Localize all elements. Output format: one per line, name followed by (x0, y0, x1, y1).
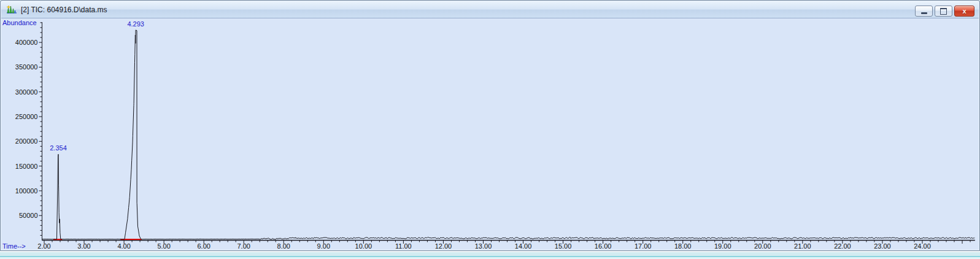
svg-text:50000: 50000 (19, 212, 38, 219)
svg-text:13.00: 13.00 (475, 242, 492, 250)
plot-area[interactable]: AbundanceTime-->500001000001500002000002… (2, 18, 979, 251)
svg-text:9.00: 9.00 (317, 242, 330, 250)
svg-text:20.00: 20.00 (754, 242, 771, 250)
minimize-button[interactable] (915, 6, 933, 17)
svg-text:150000: 150000 (15, 163, 38, 170)
svg-text:8.00: 8.00 (277, 242, 290, 250)
svg-text:21.00: 21.00 (794, 242, 811, 250)
svg-text:250000: 250000 (15, 113, 38, 120)
maximize-icon (940, 8, 947, 15)
window-title: [2] TIC: 604916.D\data.ms (21, 6, 107, 14)
title-bar[interactable]: [2] TIC: 604916.D\data.ms x (1, 1, 979, 18)
svg-text:2.00: 2.00 (37, 242, 50, 250)
svg-text:4.00: 4.00 (117, 242, 130, 250)
close-icon: x (962, 8, 966, 15)
chromatogram-window: [2] TIC: 604916.D\data.ms x AbundanceTim… (0, 0, 980, 251)
svg-text:4.293: 4.293 (127, 20, 144, 28)
svg-text:18.00: 18.00 (674, 242, 692, 250)
svg-text:3.00: 3.00 (77, 242, 90, 250)
svg-text:Abundance: Abundance (2, 19, 37, 26)
svg-text:16.00: 16.00 (595, 242, 612, 250)
minimize-icon (921, 12, 927, 14)
svg-text:400000: 400000 (15, 39, 38, 46)
svg-text:200000: 200000 (15, 137, 38, 145)
svg-text:12.00: 12.00 (435, 242, 452, 250)
svg-text:23.00: 23.00 (874, 242, 891, 250)
svg-text:10.00: 10.00 (355, 242, 372, 250)
close-button[interactable]: x (954, 6, 974, 17)
svg-text:100000: 100000 (15, 187, 38, 195)
svg-text:11.00: 11.00 (395, 242, 412, 250)
svg-text:2.354: 2.354 (50, 144, 67, 152)
svg-text:19.00: 19.00 (714, 242, 731, 250)
svg-text:6.00: 6.00 (197, 242, 210, 250)
svg-text:22.00: 22.00 (834, 242, 851, 250)
window-controls: x (915, 6, 974, 17)
chromatogram-icon[interactable] (7, 5, 17, 15)
svg-text:15.00: 15.00 (555, 242, 572, 250)
svg-text:7.00: 7.00 (237, 242, 250, 250)
svg-text:14.00: 14.00 (515, 242, 532, 250)
svg-text:Time-->: Time--> (2, 242, 26, 250)
svg-text:17.00: 17.00 (635, 242, 652, 250)
svg-text:350000: 350000 (15, 63, 38, 71)
svg-text:24.00: 24.00 (914, 242, 931, 250)
svg-text:5.00: 5.00 (157, 242, 170, 250)
chromatogram-plot[interactable]: AbundanceTime-->500001000001500002000002… (2, 18, 979, 251)
maximize-button[interactable] (935, 6, 952, 17)
svg-text:300000: 300000 (15, 88, 38, 96)
